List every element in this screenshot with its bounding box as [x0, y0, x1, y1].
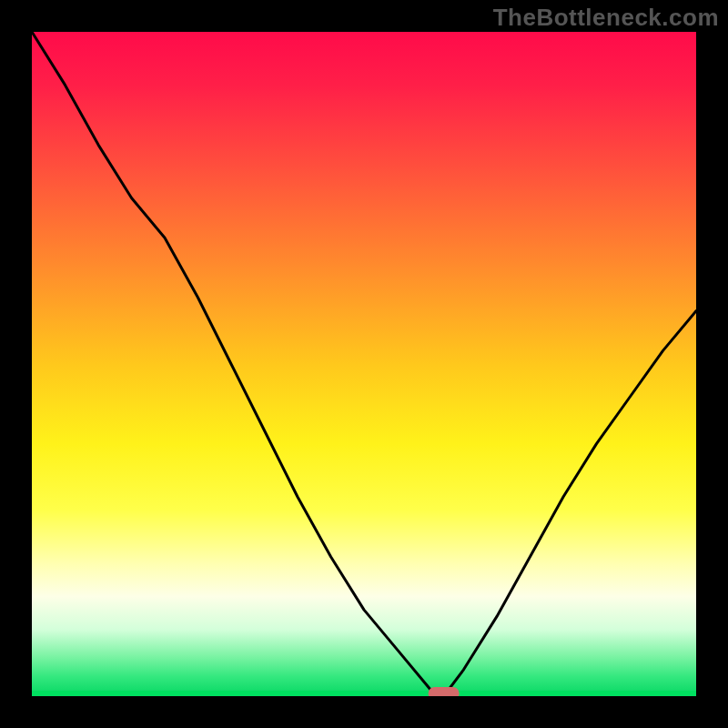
chart-gradient-bg — [32, 32, 696, 696]
bottleneck-chart: TheBottleneck.com — [0, 0, 728, 728]
watermark-text: TheBottleneck.com — [493, 4, 719, 32]
baseline-strip — [32, 691, 696, 696]
chart-svg — [0, 0, 728, 728]
